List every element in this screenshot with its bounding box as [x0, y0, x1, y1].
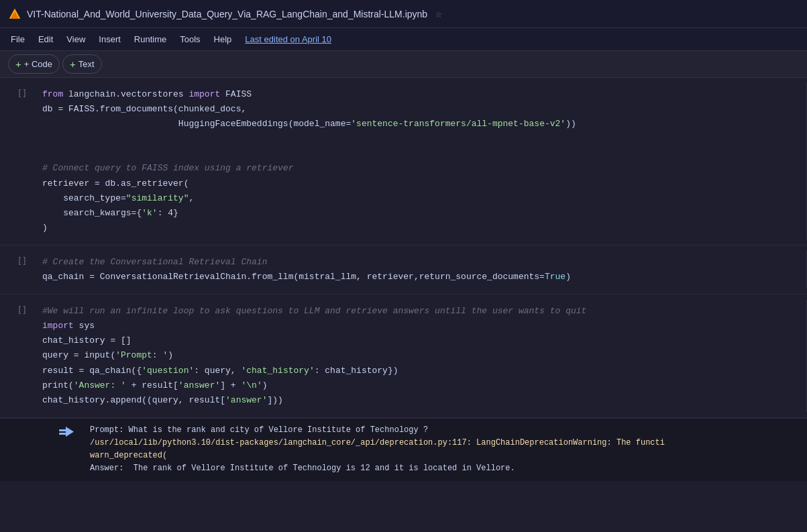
cell-gutter-3: [ ] — [2, 300, 42, 412]
cell-body-2[interactable]: # Create the Conversational Retrieval Ch… — [42, 251, 807, 288]
output-area: Prompt: What is the rank and city of Vel… — [0, 418, 807, 481]
toolbar: + + Code + Text — [0, 51, 807, 78]
cell-body-3[interactable]: #We will run an infinite loop to ask que… — [42, 300, 807, 412]
output-content: Prompt: What is the rank and city of Vel… — [90, 424, 807, 476]
plus-icon: + — [15, 58, 21, 70]
output-answer-line: Answer: The rank of Vellore Institute of… — [90, 464, 515, 473]
svg-marker-4 — [66, 427, 74, 437]
output-warn-cont: warn_deprecated( — [90, 451, 167, 460]
cell-bracket-1: [ ] — [19, 87, 26, 97]
output-warning-line: /usr/local/lib/python3.10/dist-packages/… — [90, 438, 665, 447]
plus-text-icon: + — [70, 58, 76, 70]
code-content-1: from langchain.vectorstores import FAISS… — [42, 87, 799, 235]
menu-edit[interactable]: Edit — [33, 32, 58, 47]
add-code-button[interactable]: + + Code — [8, 54, 60, 74]
menu-runtime[interactable]: Runtime — [129, 32, 172, 47]
last-edited-label[interactable]: Last edited on April 10 — [245, 34, 331, 44]
notebook-content: [ ] from langchain.vectorstores import F… — [0, 78, 807, 532]
run-button-1[interactable]: [ ] — [19, 87, 26, 97]
run-button-3[interactable]: [ ] — [19, 304, 26, 314]
output-icon-container — [48, 424, 85, 476]
star-icon[interactable]: ☆ — [435, 7, 442, 21]
cell-2: [ ] # Create the Conversational Retrieva… — [0, 246, 807, 295]
cell-3: [ ] #We will run an infinite loop to ask… — [0, 295, 807, 418]
menu-bar: File Edit View Insert Runtime Tools Help… — [0, 28, 807, 51]
cell-gutter-2: [ ] — [2, 251, 42, 288]
menu-help[interactable]: Help — [209, 32, 237, 47]
title-bar: VIT-National_And_World_University_Data_Q… — [0, 0, 807, 28]
run-button-2[interactable]: [ ] — [19, 255, 26, 265]
code-content-3: #We will run an infinite loop to ask que… — [42, 304, 799, 408]
add-text-button[interactable]: + Text — [62, 54, 102, 74]
menu-view[interactable]: View — [61, 32, 91, 47]
add-code-label: + Code — [24, 59, 52, 69]
code-content-2: # Create the Conversational Retrieval Ch… — [42, 255, 799, 284]
output-accent — [40, 424, 42, 476]
add-text-label: Text — [78, 59, 95, 69]
cell-body-1[interactable]: from langchain.vectorstores import FAISS… — [42, 83, 807, 240]
colab-logo-icon — [8, 7, 21, 21]
output-arrow-icon — [59, 425, 74, 439]
cell-1: [ ] from langchain.vectorstores import F… — [0, 78, 807, 246]
notebook-title: VIT-National_And_World_University_Data_Q… — [27, 9, 427, 19]
output-prompt-line: Prompt: What is the rank and city of Vel… — [90, 425, 428, 435]
menu-insert[interactable]: Insert — [93, 32, 126, 47]
menu-tools[interactable]: Tools — [174, 32, 205, 47]
cell-gutter-1: [ ] — [2, 83, 42, 240]
menu-file[interactable]: File — [5, 32, 30, 47]
